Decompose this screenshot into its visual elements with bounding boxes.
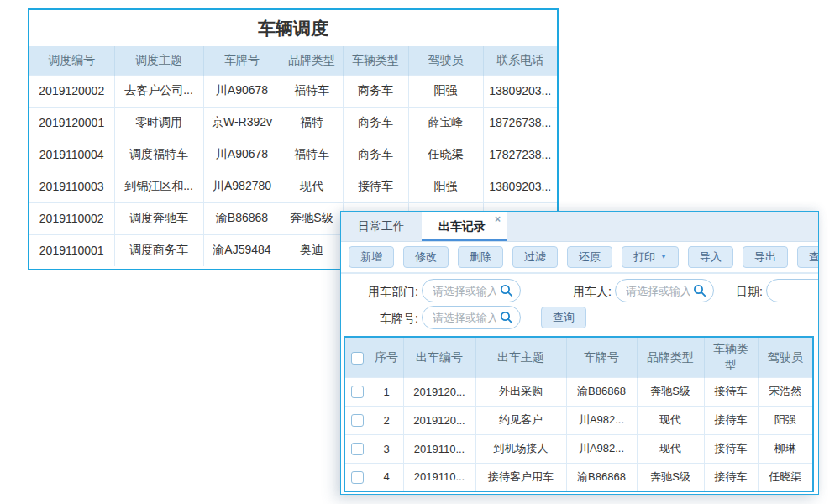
col-trip-subject: 出车主题 bbox=[475, 337, 566, 377]
trip-subject-link[interactable]: 到机场接人 bbox=[475, 434, 566, 463]
dispatch-subject-link[interactable]: 去客户公司... bbox=[114, 75, 203, 107]
add-button[interactable]: 新增 bbox=[349, 246, 394, 268]
phone-cell: 13809203... bbox=[483, 171, 557, 202]
filter-button[interactable]: 过滤 bbox=[512, 246, 558, 268]
phone-cell: 17827238... bbox=[483, 139, 557, 171]
restore-button[interactable]: 还原 bbox=[567, 246, 612, 268]
driver-link[interactable]: 阳强 bbox=[758, 406, 813, 434]
dispatch-id-link[interactable]: 2019110004 bbox=[29, 139, 114, 171]
plate-link[interactable]: 渝B86868 bbox=[203, 202, 281, 234]
plate-link[interactable]: 川A90678 bbox=[203, 75, 281, 107]
phone-cell: 18726738... bbox=[483, 107, 557, 139]
print-label: 打印 bbox=[633, 247, 655, 267]
toolbar: 新增 修改 删除 过滤 还原 打印 ▼ 导入 导出 查看日志 bbox=[341, 242, 818, 274]
plate-link[interactable]: 渝AJ59484 bbox=[203, 234, 281, 266]
dispatch-id-link[interactable]: 2019120001 bbox=[29, 107, 114, 139]
col-dispatch-id: 调度编号 bbox=[29, 46, 114, 75]
date-input[interactable] bbox=[766, 279, 819, 302]
trip-id-link[interactable]: 2019110... bbox=[403, 434, 475, 463]
index-cell: 4 bbox=[370, 463, 403, 491]
plate-link[interactable]: 渝B86868 bbox=[566, 463, 637, 491]
tab-trip-records[interactable]: 出车记录 × bbox=[422, 212, 507, 241]
tab-daily-work[interactable]: 日常工作 bbox=[341, 212, 422, 241]
driver-link[interactable]: 任晓渠 bbox=[408, 139, 483, 171]
trip-records-window: 日常工作 出车记录 × 新增 修改 删除 过滤 还原 打印 ▼ 导入 导出 查看… bbox=[340, 211, 819, 495]
driver-link[interactable]: 宋浩然 bbox=[758, 377, 813, 406]
driver-link[interactable]: 薛宝峰 bbox=[408, 107, 483, 139]
col-phone: 联系电话 bbox=[483, 46, 557, 75]
edit-button[interactable]: 修改 bbox=[403, 246, 449, 268]
trip-subject-link[interactable]: 外出采购 bbox=[475, 377, 566, 406]
import-button[interactable]: 导入 bbox=[688, 246, 733, 268]
plate-link[interactable]: 京W-R392v bbox=[203, 107, 281, 139]
dispatch-subject-link[interactable]: 调度商务车 bbox=[114, 234, 203, 266]
plate-link[interactable]: 川A982... bbox=[566, 434, 637, 463]
table-row: 2019120001 零时调用 京W-R392v 福特 商务车 薛宝峰 1872… bbox=[29, 107, 557, 139]
search-icon[interactable] bbox=[693, 284, 706, 297]
search-icon[interactable] bbox=[500, 284, 513, 297]
print-button[interactable]: 打印 ▼ bbox=[622, 246, 679, 268]
plate-link[interactable]: 川A982780 bbox=[203, 171, 281, 202]
col-vehicle-type: 车辆类型 bbox=[704, 337, 758, 377]
index-cell: 2 bbox=[370, 406, 403, 434]
dispatch-subject-link[interactable]: 零时调用 bbox=[114, 107, 203, 139]
dispatch-id-link[interactable]: 2019120002 bbox=[29, 75, 114, 107]
brand-cell: 奥迪 bbox=[281, 234, 343, 266]
vehicle-type-cell: 接待车 bbox=[343, 171, 408, 202]
date-input-wrap bbox=[766, 279, 819, 302]
close-icon[interactable]: × bbox=[495, 213, 501, 225]
col-vehicle-type: 车辆类型 bbox=[343, 46, 408, 75]
plate-link[interactable]: 川A90678 bbox=[203, 139, 281, 171]
trip-table-wrap: 序号 出车编号 出车主题 车牌号 品牌类型 车辆类型 驾驶员 1 2019120… bbox=[344, 336, 816, 492]
export-button[interactable]: 导出 bbox=[743, 246, 788, 268]
user-input-wrap bbox=[615, 279, 714, 302]
plate-link[interactable]: 渝B86868 bbox=[566, 377, 637, 406]
trip-id-link[interactable]: 2019110... bbox=[403, 463, 475, 491]
query-button[interactable]: 查询 bbox=[541, 307, 586, 328]
driver-link[interactable]: 柳琳 bbox=[758, 434, 813, 463]
row-checkbox[interactable] bbox=[351, 443, 364, 455]
plate-label: 车牌号: bbox=[341, 307, 418, 330]
plate-link[interactable]: 川A982... bbox=[566, 406, 637, 434]
vehicle-type-cell: 接待车 bbox=[704, 434, 758, 463]
brand-cell: 现代 bbox=[637, 406, 704, 434]
vehicle-type-cell: 商务车 bbox=[343, 139, 408, 171]
dispatch-id-link[interactable]: 2019110002 bbox=[29, 202, 114, 234]
tab-bar: 日常工作 出车记录 × bbox=[341, 212, 818, 242]
driver-link[interactable]: 阳强 bbox=[408, 171, 483, 202]
phone-cell: 13809203... bbox=[483, 75, 557, 107]
row-checkbox[interactable] bbox=[351, 386, 364, 398]
view-log-button[interactable]: 查看日志 bbox=[797, 246, 819, 268]
select-all-checkbox[interactable] bbox=[351, 352, 364, 365]
table-row: 4 2019110... 接待客户用车 渝B86868 奔驰S级 接待车 任晓渠 bbox=[344, 463, 813, 491]
vehicle-type-cell: 接待车 bbox=[704, 406, 758, 434]
dispatch-subject-link[interactable]: 调度奔驰车 bbox=[114, 202, 203, 234]
table-row: 3 2019110... 到机场接人 川A982... 现代 接待车 柳琳 bbox=[344, 434, 813, 463]
row-checkbox[interactable] bbox=[351, 471, 364, 484]
trip-table: 序号 出车编号 出车主题 车牌号 品牌类型 车辆类型 驾驶员 1 2019120… bbox=[344, 336, 814, 492]
user-label: 用车人: bbox=[553, 280, 612, 303]
col-plate: 车牌号 bbox=[203, 46, 281, 75]
trip-subject-link[interactable]: 约见客户 bbox=[475, 406, 566, 434]
driver-link[interactable]: 任晓渠 bbox=[758, 463, 813, 491]
select-all-cell bbox=[344, 337, 370, 377]
brand-cell: 福特车 bbox=[281, 75, 343, 107]
row-checkbox[interactable] bbox=[351, 414, 364, 427]
brand-cell: 福特车 bbox=[281, 139, 343, 171]
dispatch-id-link[interactable]: 2019110003 bbox=[29, 171, 114, 202]
index-cell: 3 bbox=[370, 434, 403, 463]
brand-cell: 奔驰S级 bbox=[281, 202, 343, 234]
dispatch-id-link[interactable]: 2019110001 bbox=[29, 234, 114, 266]
col-brand: 品牌类型 bbox=[637, 337, 704, 377]
dispatch-subject-link[interactable]: 到锦江区和... bbox=[114, 171, 203, 202]
trip-id-link[interactable]: 2019120... bbox=[403, 406, 475, 434]
plate-input-wrap bbox=[422, 306, 521, 329]
delete-button[interactable]: 删除 bbox=[458, 246, 503, 268]
dispatch-subject-link[interactable]: 调度福特车 bbox=[114, 139, 203, 171]
search-icon[interactable] bbox=[500, 311, 513, 324]
trip-id-link[interactable]: 2019120... bbox=[403, 377, 475, 406]
trip-subject-link[interactable]: 接待客户用车 bbox=[475, 463, 566, 491]
driver-link[interactable]: 阳强 bbox=[408, 75, 483, 107]
brand-cell: 奔驰S级 bbox=[637, 377, 704, 406]
tab-label: 出车记录 bbox=[438, 219, 486, 233]
